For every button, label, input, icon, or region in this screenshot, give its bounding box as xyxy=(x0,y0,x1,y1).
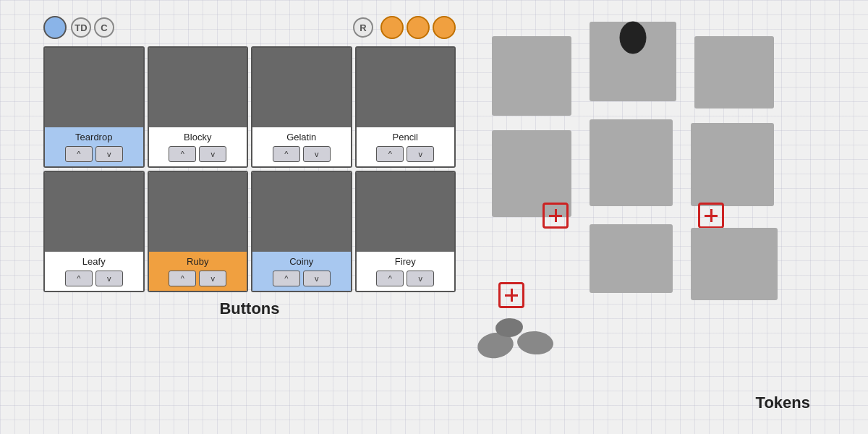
card-teardrop: Teardrop ^ v xyxy=(43,46,145,168)
card-coiny: Coiny ^ v xyxy=(251,171,352,292)
token-sq-8 xyxy=(691,228,778,300)
plus-icon-2[interactable] xyxy=(498,282,524,308)
token-sq-6 xyxy=(691,123,774,206)
card-top-gelatin xyxy=(252,48,351,127)
card-controls-teardrop: ^ v xyxy=(49,146,139,162)
blue-circle-indicator xyxy=(43,16,67,39)
card-top-teardrop xyxy=(45,48,143,127)
c-indicator: C xyxy=(94,17,114,38)
orange-circle-2 xyxy=(407,16,430,39)
teardrop-up-btn[interactable]: ^ xyxy=(65,146,93,162)
card-leafy: Leafy ^ v xyxy=(43,171,145,292)
card-controls-pencil: ^ v xyxy=(361,146,451,162)
pebble-2 xyxy=(516,330,555,356)
card-bottom-coiny: Coiny ^ v xyxy=(252,252,351,291)
card-top-blocky xyxy=(149,48,247,127)
card-name-ruby: Ruby xyxy=(153,256,243,267)
td-indicator: TD xyxy=(71,17,91,38)
ruby-up-btn[interactable]: ^ xyxy=(169,271,196,286)
card-top-coiny xyxy=(252,172,351,252)
token-sq-7 xyxy=(590,224,673,293)
card-bottom-teardrop: Teardrop ^ v xyxy=(45,127,143,166)
card-bottom-firey: Firey ^ v xyxy=(357,252,455,291)
card-name-teardrop: Teardrop xyxy=(49,132,139,142)
card-name-leafy: Leafy xyxy=(49,256,139,267)
r-indicator: R xyxy=(353,17,373,38)
teardrop-token xyxy=(618,20,647,55)
coiny-down-btn[interactable]: v xyxy=(303,271,331,286)
card-name-blocky: Blocky xyxy=(153,132,243,142)
firey-down-btn[interactable]: v xyxy=(407,271,434,286)
card-controls-gelatin: ^ v xyxy=(257,146,346,162)
card-top-ruby xyxy=(149,172,247,252)
card-controls-firey: ^ v xyxy=(361,271,451,286)
card-controls-leafy: ^ v xyxy=(49,271,139,286)
card-grid: Teardrop ^ v Blocky ^ v xyxy=(43,46,456,292)
card-top-pencil xyxy=(357,48,455,127)
card-top-firey xyxy=(357,172,455,252)
card-bottom-ruby: Ruby ^ v xyxy=(149,252,247,291)
card-controls-blocky: ^ v xyxy=(153,146,243,162)
main-container: TD C R Teardrop ^ v xyxy=(0,0,868,434)
firey-up-btn[interactable]: ^ xyxy=(376,271,404,286)
card-bottom-pencil: Pencil ^ v xyxy=(357,127,455,166)
plus-icon-3[interactable] xyxy=(698,203,724,229)
buttons-section-label: Buttons xyxy=(219,299,279,318)
blocky-up-btn[interactable]: ^ xyxy=(169,146,196,162)
card-name-pencil: Pencil xyxy=(361,132,451,142)
pencil-down-btn[interactable]: v xyxy=(407,146,434,162)
right-indicators: R xyxy=(353,16,456,39)
tokens-section: Tokens xyxy=(477,0,868,434)
orange-circle-3 xyxy=(433,16,456,39)
leafy-up-btn[interactable]: ^ xyxy=(65,271,93,286)
card-bottom-blocky: Blocky ^ v xyxy=(149,127,247,166)
card-firey: Firey ^ v xyxy=(355,171,456,292)
card-bottom-leafy: Leafy ^ v xyxy=(45,252,143,291)
card-gelatin: Gelatin ^ v xyxy=(251,46,352,168)
card-pencil: Pencil ^ v xyxy=(355,46,456,168)
token-sq-3 xyxy=(694,36,774,109)
card-bottom-gelatin: Gelatin ^ v xyxy=(252,127,351,166)
card-blocky: Blocky ^ v xyxy=(148,46,249,168)
card-name-gelatin: Gelatin xyxy=(257,132,346,142)
card-top-leafy xyxy=(45,172,143,252)
card-controls-ruby: ^ v xyxy=(153,271,243,286)
gelatin-down-btn[interactable]: v xyxy=(303,146,331,162)
gelatin-up-btn[interactable]: ^ xyxy=(273,146,300,162)
ruby-down-btn[interactable]: v xyxy=(199,271,226,286)
coiny-up-btn[interactable]: ^ xyxy=(273,271,300,286)
card-ruby: Ruby ^ v xyxy=(148,171,249,292)
blocky-down-btn[interactable]: v xyxy=(199,146,226,162)
top-indicators: TD C R xyxy=(43,14,456,41)
teardrop-down-btn[interactable]: v xyxy=(95,146,123,162)
leafy-down-btn[interactable]: v xyxy=(95,271,123,286)
token-sq-5 xyxy=(590,119,673,206)
buttons-section: TD C R Teardrop ^ v xyxy=(0,0,477,434)
pencil-up-btn[interactable]: ^ xyxy=(376,146,404,162)
orange-circle-1 xyxy=(380,16,404,39)
plus-icon-1[interactable] xyxy=(542,203,569,229)
card-name-firey: Firey xyxy=(361,256,451,267)
token-sq-1 xyxy=(492,36,571,116)
card-controls-coiny: ^ v xyxy=(257,271,346,286)
card-name-coiny: Coiny xyxy=(257,256,346,267)
tokens-section-label: Tokens xyxy=(756,393,810,412)
